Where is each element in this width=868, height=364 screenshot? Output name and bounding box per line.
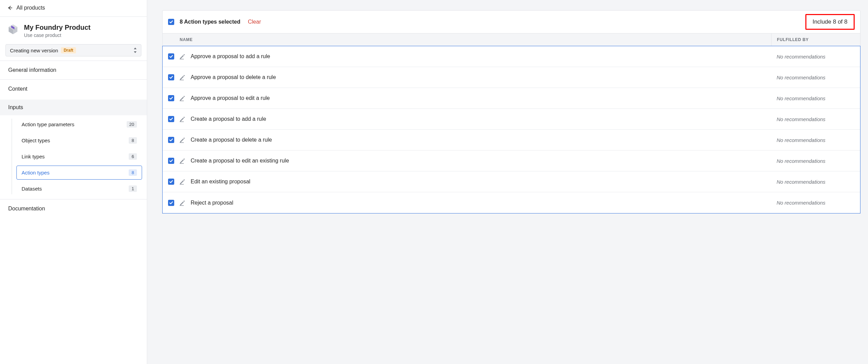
action-type-name: Edit an existing proposal [191,179,250,185]
row-checkbox[interactable] [168,200,174,206]
include-button[interactable]: Include 8 of 8 [805,14,855,30]
action-type-icon [179,157,186,164]
row-checkbox[interactable] [168,53,174,60]
fulfilled-by-cell: No recommendations [771,116,860,122]
main-content: 8 Action types selected Clear Include 8 … [147,0,868,364]
nav-datasets[interactable]: Datasets 1 [16,182,142,196]
table-row[interactable]: Create a proposal to add a ruleNo recomm… [163,109,860,130]
arrow-left-icon [7,5,13,11]
product-header: My Foundry Product Use case product [0,17,147,42]
table-row[interactable]: Approve a proposal to edit a ruleNo reco… [163,88,860,109]
svg-rect-7 [180,121,184,122]
row-checkbox[interactable] [168,137,174,143]
table-row[interactable]: Create a proposal to edit an existing ru… [163,151,860,171]
version-label: Creating new version [10,48,58,53]
action-type-icon [179,178,186,185]
nav-inputs-children: Action type parameters 20 Object types 8… [0,117,147,196]
nav-general-information[interactable]: General information [0,62,147,78]
row-checkbox[interactable] [168,179,174,185]
svg-rect-10 [180,184,184,185]
draft-badge: Draft [61,47,76,53]
fulfilled-by-cell: No recommendations [771,137,860,143]
nav-inputs[interactable]: Inputs [0,100,147,115]
row-checkbox[interactable] [168,116,174,122]
action-type-name: Create a proposal to edit an existing ru… [191,158,289,164]
back-all-products[interactable]: All products [0,0,147,17]
panel-header: 8 Action types selected Clear Include 8 … [163,11,860,34]
table-row[interactable]: Reject a proposalNo recommendations [163,192,860,213]
table-row[interactable]: Create a proposal to delete a ruleNo rec… [163,130,860,151]
action-type-name: Approve a proposal to delete a rule [191,74,276,80]
action-type-icon [179,199,186,206]
svg-rect-4 [180,59,184,60]
selection-summary: 8 Action types selected [180,19,240,25]
fulfilled-by-cell: No recommendations [771,54,860,60]
chevron-up-down-icon [133,48,137,53]
action-type-icon [179,95,186,102]
table-row[interactable]: Approve a proposal to add a ruleNo recom… [163,46,860,67]
fulfilled-by-cell: No recommendations [771,200,860,206]
action-type-name: Approve a proposal to edit a rule [191,95,270,101]
action-types-panel: 8 Action types selected Clear Include 8 … [162,10,860,213]
table-row[interactable]: Approve a proposal to delete a ruleNo re… [163,67,860,88]
row-checkbox[interactable] [168,158,174,164]
svg-rect-11 [180,205,184,206]
back-label: All products [16,5,45,11]
table-row[interactable]: Edit an existing proposalNo recommendati… [163,171,860,192]
svg-rect-6 [180,101,184,101]
nav-action-type-parameters[interactable]: Action type parameters 20 [16,117,142,131]
column-name: NAME [163,34,771,46]
column-fulfilled-by: FULFILLED BY [771,34,860,46]
fulfilled-by-cell: No recommendations [771,95,860,101]
product-title: My Foundry Product [24,23,90,32]
row-checkbox[interactable] [168,95,174,101]
svg-rect-5 [180,80,184,80]
table-header: NAME FULFILLED BY [163,34,860,46]
action-type-name: Create a proposal to add a rule [191,116,266,122]
product-box-icon [7,23,19,35]
action-type-icon [179,136,186,143]
nav-documentation[interactable]: Documentation [0,201,147,212]
action-type-icon [179,53,186,60]
fulfilled-by-cell: No recommendations [771,75,860,80]
table-body: Approve a proposal to add a ruleNo recom… [162,46,860,213]
row-checkbox[interactable] [168,74,174,80]
sidebar: All products My Foundry Product Use case… [0,0,147,364]
clear-selection[interactable]: Clear [248,19,261,25]
svg-rect-9 [180,163,184,164]
nav-content[interactable]: Content [0,81,147,97]
version-selector[interactable]: Creating new version Draft [5,44,141,56]
fulfilled-by-cell: No recommendations [771,179,860,185]
product-subtitle: Use case product [24,32,90,38]
action-type-name: Reject a proposal [191,200,233,206]
nav-action-types[interactable]: Action types 8 [16,166,142,180]
fulfilled-by-cell: No recommendations [771,158,860,164]
nav-link-types[interactable]: Link types 6 [16,150,142,164]
action-type-name: Create a proposal to delete a rule [191,137,272,143]
action-type-icon [179,116,186,122]
action-type-icon [179,74,186,81]
svg-rect-8 [180,142,184,143]
nav-object-types[interactable]: Object types 8 [16,133,142,147]
select-all-checkbox[interactable] [168,19,174,25]
action-type-name: Approve a proposal to add a rule [191,53,270,60]
